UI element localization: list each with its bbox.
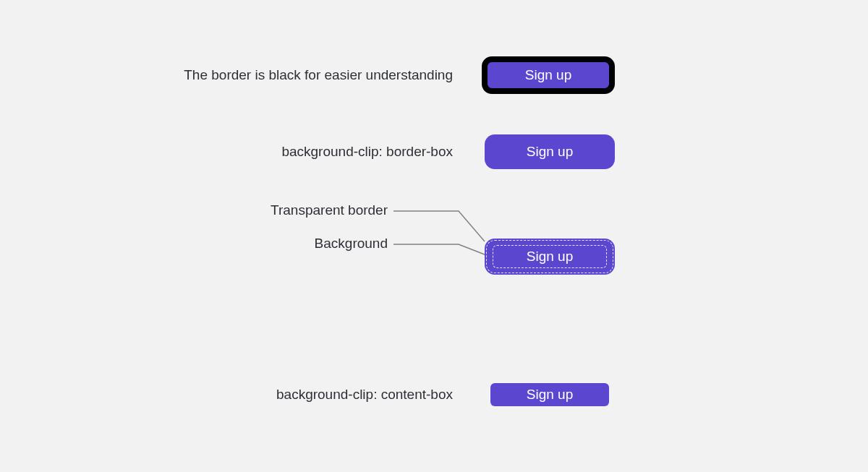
example-row-content-box: background-clip: content-box Sign up	[149, 377, 615, 412]
button-label: Sign up	[490, 383, 609, 406]
row-label: background-clip: border-box	[149, 144, 453, 160]
example-row-border-box: background-clip: border-box Sign up	[149, 134, 615, 169]
row-label: background-clip: content-box	[149, 387, 453, 403]
signup-button-annotated[interactable]: Sign up	[485, 239, 615, 275]
row-label: The border is black for easier understan…	[149, 67, 453, 83]
example-row-black-border: The border is black for easier understan…	[149, 56, 615, 94]
signup-button-black-border[interactable]: Sign up	[482, 56, 615, 94]
button-label: Sign up	[525, 67, 571, 83]
signup-button-content-box[interactable]: Sign up	[485, 377, 615, 412]
button-label: Sign up	[527, 144, 573, 160]
callout-transparent-border: Transparent border	[207, 202, 388, 218]
callout-background: Background	[207, 236, 388, 252]
button-label: Sign up	[527, 249, 573, 265]
signup-button-border-box[interactable]: Sign up	[485, 134, 615, 169]
